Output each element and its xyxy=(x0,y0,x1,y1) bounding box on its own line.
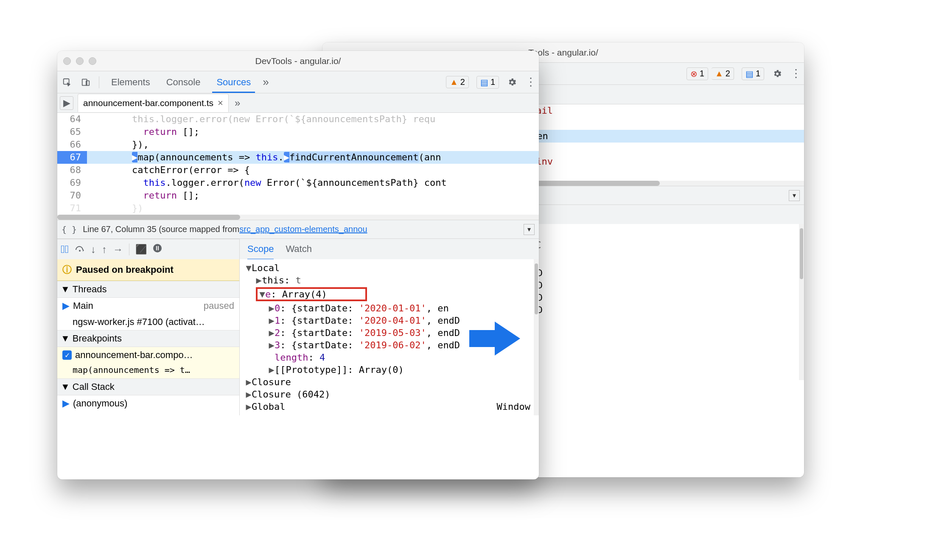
debugger-sidebar: ▶⃓ ↓ ↑ → ⬛̸ ⓘ Paused on breakpoint ▼Thre… xyxy=(57,239,240,415)
device-icon[interactable] xyxy=(80,77,91,88)
horizontal-scrollbar[interactable] xyxy=(57,215,539,220)
error-badge[interactable]: ⊗1 xyxy=(687,67,708,80)
tabs-overflow-icon[interactable]: » xyxy=(235,97,240,109)
tab-scope[interactable]: Scope xyxy=(247,244,274,260)
comparison-arrow-icon xyxy=(469,322,520,356)
pause-exceptions-icon[interactable] xyxy=(153,244,162,255)
cursor-position: Line 67, Column 35 (source mapped from xyxy=(83,224,239,234)
status-bar: { } Line 67, Column 35 (source mapped fr… xyxy=(57,220,539,238)
warn-badge[interactable]: ▲2 xyxy=(712,67,734,80)
dropdown-icon[interactable]: ▾ xyxy=(524,224,535,235)
svg-rect-5 xyxy=(156,246,157,250)
devtools-window-before: DevTools - angular.io/ Elements Console … xyxy=(57,51,539,479)
pretty-print-icon[interactable]: { } xyxy=(62,224,77,235)
kebab-icon[interactable]: ⋮ xyxy=(525,76,536,89)
message-badge[interactable]: ▤1 xyxy=(476,76,499,89)
sourcemap-link[interactable]: src_app_custom-elements_annou xyxy=(239,224,367,234)
tab-elements[interactable]: Elements xyxy=(107,72,154,93)
warn-badge[interactable]: ▲2 xyxy=(446,76,469,88)
breakpoint-snippet: map(announcements => t… xyxy=(57,363,239,378)
separator xyxy=(99,76,99,88)
vertical-scrollbar[interactable] xyxy=(799,224,804,380)
debugger-panes: ▶⃓ ↓ ↑ → ⬛̸ ⓘ Paused on breakpoint ▼Thre… xyxy=(57,238,539,415)
window-title: DevTools - angular.io/ xyxy=(255,56,341,66)
step-over-icon[interactable] xyxy=(75,244,85,255)
traffic-close[interactable] xyxy=(63,57,71,65)
thread-main[interactable]: ▶Mainpaused xyxy=(57,298,239,314)
checkbox-checked-icon[interactable]: ✓ xyxy=(62,350,72,360)
debugger-controls: ▶⃓ ↓ ↑ → ⬛̸ xyxy=(57,239,239,259)
traffic-zoom[interactable] xyxy=(89,57,96,65)
callstack-frame[interactable]: ▶(anonymous) xyxy=(57,395,239,412)
file-tabs: ▶ announcement-bar.component.ts × » xyxy=(57,93,539,113)
file-tab-component[interactable]: announcement-bar.component.ts × xyxy=(78,94,229,112)
inspect-icon[interactable] xyxy=(62,77,73,88)
source-editor[interactable]: 64 this.logger.error(new Error(`${announ… xyxy=(57,113,539,215)
step-out-icon[interactable]: ↑ xyxy=(102,244,107,255)
deactivate-breakpoints-icon[interactable]: ⬛̸ xyxy=(135,244,147,255)
step-into-icon[interactable]: ↓ xyxy=(91,244,96,255)
debugger-tabs: Scope Watch xyxy=(240,239,539,259)
breakpoint-item[interactable]: ✓ announcement-bar.compo… xyxy=(57,347,239,363)
traffic-minimize[interactable] xyxy=(76,57,84,65)
resume-icon[interactable]: ▶⃓ xyxy=(61,243,69,256)
callstack-header[interactable]: ▼Call Stack xyxy=(57,378,239,395)
tabs-overflow-icon[interactable]: » xyxy=(263,76,269,89)
kebab-icon[interactable]: ⋮ xyxy=(790,67,801,80)
svg-marker-7 xyxy=(469,322,520,356)
main-toolbar: Elements Console Sources » ▲2 ▤1 ⋮ xyxy=(57,71,539,93)
step-icon[interactable]: → xyxy=(113,244,123,255)
file-tab-label: announcement-bar.component.ts xyxy=(83,98,213,108)
vertical-scrollbar[interactable] xyxy=(534,259,539,415)
thread-worker[interactable]: ngsw-worker.js #7100 (activat… xyxy=(57,314,239,330)
threads-header[interactable]: ▼Threads xyxy=(57,281,239,298)
breakpoints-header[interactable]: ▼Breakpoints xyxy=(57,330,239,347)
navigator-toggle-icon[interactable]: ▶ xyxy=(60,96,73,110)
tab-sources[interactable]: Sources xyxy=(212,72,255,93)
tab-watch[interactable]: Watch xyxy=(286,244,312,255)
paused-message: ⓘ Paused on breakpoint xyxy=(57,259,239,281)
message-badge[interactable]: ▤1 xyxy=(742,67,764,80)
info-icon: ⓘ xyxy=(62,263,72,276)
traffic-lights xyxy=(63,57,96,65)
close-icon[interactable]: × xyxy=(218,98,223,109)
svg-point-4 xyxy=(153,244,162,252)
dropdown-icon[interactable]: ▾ xyxy=(789,190,800,201)
svg-point-3 xyxy=(79,250,81,252)
tab-console[interactable]: Console xyxy=(162,72,205,93)
gear-icon[interactable] xyxy=(507,77,518,88)
gear-icon[interactable] xyxy=(772,68,783,79)
titlebar: DevTools - angular.io/ xyxy=(57,51,539,71)
svg-rect-6 xyxy=(158,246,159,250)
highlight-e: ▼e: Array(4) xyxy=(256,287,367,301)
